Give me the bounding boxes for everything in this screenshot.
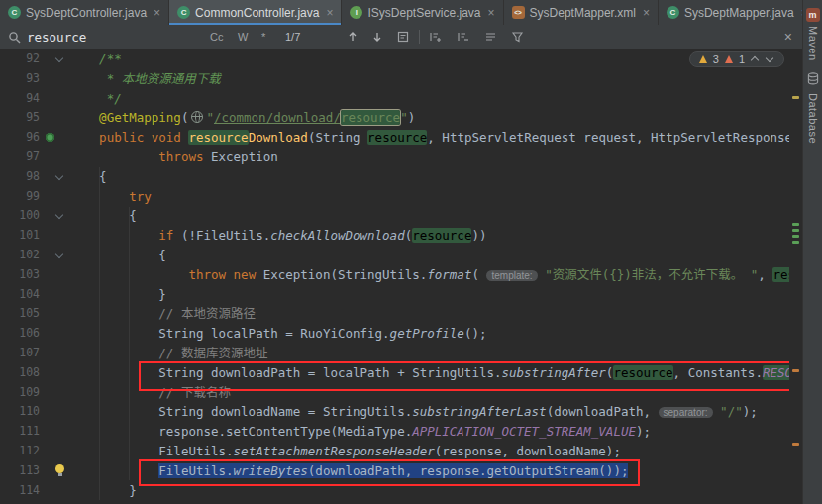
filter-icon[interactable] bbox=[511, 25, 524, 49]
code-text: FileUtils.setAttachmentResponseHeader(re… bbox=[69, 442, 621, 461]
code-text: String downloadName = StringUtils.substr… bbox=[69, 402, 758, 423]
tab-ISysDeptService.java[interactable]: IISysDeptService.java× bbox=[342, 0, 503, 25]
code-line-106[interactable]: 106 String localPath = RuoYiConfig.getPr… bbox=[0, 324, 802, 344]
code-text: { bbox=[69, 246, 166, 265]
code-line-109[interactable]: 109 // 下载名称 bbox=[0, 383, 802, 403]
code-line-107[interactable]: 107 // 数据库资源地址 bbox=[0, 344, 802, 363]
code-text: @GetMapping("/common/download/resource") bbox=[69, 108, 415, 128]
code-line-112[interactable]: 112 FileUtils.setAttachmentResponseHeade… bbox=[0, 442, 802, 461]
code-area[interactable]: 92 /**93 * 本地资源通用下载94 */95 @GetMapping("… bbox=[0, 50, 802, 500]
code-line-94[interactable]: 94 */ bbox=[0, 89, 802, 109]
code-text: /** bbox=[69, 50, 122, 69]
code-line-97[interactable]: 97 throws Exception bbox=[0, 148, 802, 167]
code-line-99[interactable]: 99 try bbox=[0, 187, 802, 207]
interface-file-icon: I bbox=[350, 6, 362, 19]
code-line-93[interactable]: 93 * 本地资源通用下载 bbox=[0, 69, 802, 89]
code-line-104[interactable]: 104 } bbox=[0, 285, 802, 305]
class-file-icon: C bbox=[8, 6, 21, 19]
tab-SysDeptMapper.java[interactable]: CSysDeptMapper.java× bbox=[659, 0, 817, 25]
maven-icon: m bbox=[806, 8, 820, 22]
remove-selection-icon[interactable] bbox=[457, 25, 469, 49]
parameter-hint: separator: bbox=[659, 407, 713, 418]
intention-bulb-icon[interactable] bbox=[55, 464, 64, 473]
class-file-icon: C bbox=[177, 6, 190, 19]
line-number: 97 bbox=[0, 148, 40, 167]
prev-match-icon[interactable] bbox=[347, 25, 359, 49]
fold-chevron-icon[interactable] bbox=[54, 172, 64, 182]
tab-close-icon[interactable]: × bbox=[643, 7, 650, 19]
code-text: if (!FileUtils.checkAllowDownload(resour… bbox=[69, 226, 486, 246]
code-text: String downloadPath = localPath + String… bbox=[69, 363, 802, 383]
code-line-102[interactable]: 102 { bbox=[0, 246, 802, 265]
error-count: 1 bbox=[739, 53, 745, 65]
code-text: try bbox=[69, 187, 152, 207]
inspections-widget[interactable]: 3 1 bbox=[689, 51, 784, 67]
line-number: 114 bbox=[0, 481, 40, 501]
tab-SysDeptController.java[interactable]: CSysDeptController.java× bbox=[0, 0, 169, 25]
code-line-103[interactable]: 103 throw new Exception(StringUtils.form… bbox=[0, 265, 802, 285]
add-selection-icon[interactable] bbox=[429, 25, 442, 49]
warning-icon bbox=[699, 55, 707, 63]
code-line-108[interactable]: 108 String downloadPath = localPath + St… bbox=[0, 363, 802, 383]
code-line-113[interactable]: 113 FileUtils.writeBytes(downloadPath, r… bbox=[0, 461, 802, 481]
error-stripe-scrollbar[interactable] bbox=[789, 49, 802, 504]
url-inlay-icon[interactable] bbox=[191, 111, 203, 123]
code-text: public void resourceDownload(String reso… bbox=[69, 128, 802, 148]
line-number: 93 bbox=[0, 69, 40, 89]
code-text: throw new Exception(StringUtils.format( … bbox=[69, 265, 802, 286]
words-toggle[interactable]: W bbox=[238, 25, 248, 49]
tab-SysDeptMapper.xml[interactable]: <>SysDeptMapper.xml× bbox=[504, 0, 659, 25]
fold-chevron-icon[interactable] bbox=[54, 54, 64, 64]
stripe-mark bbox=[792, 235, 799, 238]
prev-issue-icon[interactable] bbox=[751, 55, 760, 64]
tab-CommonController.java[interactable]: CCommonController.java× bbox=[169, 0, 342, 25]
code-line-92[interactable]: 92 /** bbox=[0, 50, 802, 69]
select-all-occurrences-icon[interactable] bbox=[484, 25, 497, 49]
tab-close-icon[interactable]: × bbox=[154, 7, 160, 19]
match-case-toggle[interactable]: Cc bbox=[210, 25, 223, 49]
line-number: 98 bbox=[0, 167, 40, 187]
fold-chevron-icon[interactable] bbox=[54, 211, 64, 221]
xml-file-icon: <> bbox=[512, 6, 525, 19]
tab-label: SysDeptMapper.xml bbox=[530, 6, 636, 20]
stripe-mark bbox=[792, 241, 799, 244]
parameter-hint: template: bbox=[486, 270, 537, 281]
tabs: CSysDeptController.java×CCommonControlle… bbox=[0, 0, 817, 25]
code-line-101[interactable]: 101 if (!FileUtils.checkAllowDownload(re… bbox=[0, 226, 802, 246]
code-line-98[interactable]: 98 { bbox=[0, 167, 802, 187]
stripe-mark bbox=[792, 223, 799, 226]
code-line-96[interactable]: 96 public void resourceDownload(String r… bbox=[0, 128, 802, 148]
divider bbox=[419, 30, 420, 44]
editor[interactable]: 92 /**93 * 本地资源通用下载94 */95 @GetMapping("… bbox=[0, 49, 802, 504]
line-number: 101 bbox=[0, 226, 40, 246]
request-mapping-gutter-icon[interactable] bbox=[46, 133, 54, 142]
next-issue-icon[interactable] bbox=[766, 55, 774, 64]
tool-button-maven[interactable]: m Maven bbox=[806, 8, 820, 61]
code-line-105[interactable]: 105 // 本地资源路径 bbox=[0, 304, 802, 324]
tool-button-database[interactable]: Database bbox=[807, 71, 819, 144]
regex-toggle[interactable]: * bbox=[261, 25, 265, 49]
code-text: */ bbox=[69, 89, 122, 109]
search-icon bbox=[8, 25, 21, 49]
line-number: 105 bbox=[0, 304, 40, 324]
code-text: } bbox=[69, 481, 137, 501]
code-text: // 本地资源路径 bbox=[69, 304, 256, 324]
next-match-icon[interactable] bbox=[371, 25, 383, 49]
search-input[interactable]: resource bbox=[27, 25, 86, 49]
line-number: 109 bbox=[0, 383, 40, 403]
code-line-110[interactable]: 110 String downloadName = StringUtils.su… bbox=[0, 402, 802, 422]
code-line-100[interactable]: 100 { bbox=[0, 206, 802, 226]
code-line-95[interactable]: 95 @GetMapping("/common/download/resourc… bbox=[0, 108, 802, 128]
fold-chevron-icon[interactable] bbox=[54, 251, 64, 260]
tab-close-icon[interactable]: × bbox=[488, 7, 495, 19]
line-number: 108 bbox=[0, 363, 40, 383]
code-line-114[interactable]: 114 } bbox=[0, 481, 802, 501]
database-icon bbox=[807, 71, 819, 89]
line-number: 107 bbox=[0, 344, 40, 363]
code-line-111[interactable]: 111 response.setContentType(MediaType.AP… bbox=[0, 422, 802, 442]
open-in-find-window-icon[interactable] bbox=[397, 25, 409, 49]
line-number: 112 bbox=[0, 442, 40, 461]
tab-close-icon[interactable]: × bbox=[326, 7, 333, 19]
error-icon bbox=[725, 55, 733, 63]
close-search-icon[interactable]: × bbox=[784, 25, 792, 49]
